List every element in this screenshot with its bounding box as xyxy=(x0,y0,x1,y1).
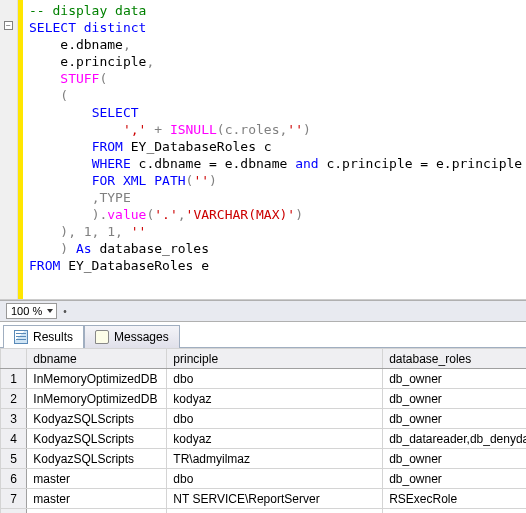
cell-principle[interactable]: dbo xyxy=(167,509,383,514)
zoom-dropdown[interactable]: 100 % xyxy=(6,303,57,319)
row-number[interactable]: 6 xyxy=(1,469,27,489)
cell-dbname[interactable]: master xyxy=(27,489,167,509)
editor-gutter: − xyxy=(0,0,18,299)
cell-roles[interactable]: db_owner xyxy=(383,509,526,514)
cell-roles[interactable]: db_owner xyxy=(383,409,526,429)
tab-results-label: Results xyxy=(33,330,73,344)
tab-messages-label: Messages xyxy=(114,330,169,344)
cell-dbname[interactable]: InMemoryOptimizedDB xyxy=(27,369,167,389)
row-number[interactable]: 8 xyxy=(1,509,27,514)
col-header-roles[interactable]: database_roles xyxy=(383,349,526,369)
row-number[interactable]: 2 xyxy=(1,389,27,409)
row-number[interactable]: 5 xyxy=(1,449,27,469)
code-area[interactable]: -- display data SELECT distinct e.dbname… xyxy=(23,0,526,299)
cell-dbname[interactable]: KodyazSQLScripts xyxy=(27,429,167,449)
cell-principle[interactable]: kodyaz xyxy=(167,429,383,449)
col-header-dbname[interactable]: dbname xyxy=(27,349,167,369)
cell-principle[interactable]: dbo xyxy=(167,409,383,429)
table-row[interactable]: 1InMemoryOptimizedDBdbodb_owner xyxy=(1,369,527,389)
cell-roles[interactable]: RSExecRole xyxy=(383,489,526,509)
table-row[interactable]: 6masterdbodb_owner xyxy=(1,469,527,489)
cell-dbname[interactable]: master xyxy=(27,469,167,489)
cell-roles[interactable]: db_owner xyxy=(383,369,526,389)
table-row[interactable]: 5KodyazSQLScriptsTR\admyilmazdb_owner xyxy=(1,449,527,469)
cell-dbname[interactable]: model xyxy=(27,509,167,514)
zoom-bar: 100 % • xyxy=(0,300,526,322)
tab-results[interactable]: Results xyxy=(3,325,84,348)
collapse-icon[interactable]: − xyxy=(4,21,13,30)
sql-editor[interactable]: − -- display data SELECT distinct e.dbna… xyxy=(0,0,526,300)
row-number[interactable]: 1 xyxy=(1,369,27,389)
cell-principle[interactable]: NT SERVICE\ReportServer xyxy=(167,489,383,509)
cell-roles[interactable]: db_owner xyxy=(383,449,526,469)
corner-cell xyxy=(1,349,27,369)
row-number[interactable]: 7 xyxy=(1,489,27,509)
row-number[interactable]: 4 xyxy=(1,429,27,449)
messages-icon xyxy=(95,330,109,344)
cell-roles[interactable]: db_datareader,db_denydatawriter xyxy=(383,429,526,449)
cell-principle[interactable]: dbo xyxy=(167,369,383,389)
zoom-bullet: • xyxy=(63,306,67,317)
cell-dbname[interactable]: KodyazSQLScripts xyxy=(27,409,167,429)
col-header-principle[interactable]: principle xyxy=(167,349,383,369)
table-row[interactable]: 8modeldbodb_owner xyxy=(1,509,527,514)
result-tabs: Results Messages xyxy=(0,322,526,348)
tab-messages[interactable]: Messages xyxy=(84,325,180,348)
table-row[interactable]: 2InMemoryOptimizedDBkodyazdb_owner xyxy=(1,389,527,409)
table-row[interactable]: 7masterNT SERVICE\ReportServerRSExecRole xyxy=(1,489,527,509)
cell-dbname[interactable]: KodyazSQLScripts xyxy=(27,449,167,469)
table-row[interactable]: 4KodyazSQLScriptskodyazdb_datareader,db_… xyxy=(1,429,527,449)
cell-roles[interactable]: db_owner xyxy=(383,469,526,489)
table-row[interactable]: 3KodyazSQLScriptsdbodb_owner xyxy=(1,409,527,429)
cell-principle[interactable]: kodyaz xyxy=(167,389,383,409)
results-grid[interactable]: dbname principle database_roles 1InMemor… xyxy=(0,348,526,513)
results-icon xyxy=(14,330,28,344)
zoom-value: 100 % xyxy=(11,305,42,317)
cell-principle[interactable]: dbo xyxy=(167,469,383,489)
cell-principle[interactable]: TR\admyilmaz xyxy=(167,449,383,469)
row-number[interactable]: 3 xyxy=(1,409,27,429)
cell-roles[interactable]: db_owner xyxy=(383,389,526,409)
cell-dbname[interactable]: InMemoryOptimizedDB xyxy=(27,389,167,409)
